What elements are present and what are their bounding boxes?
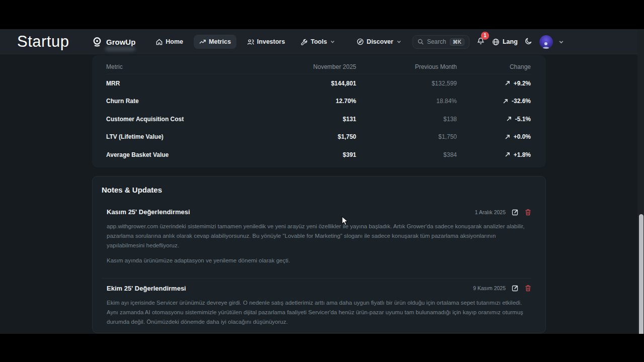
table-row: Customer Acquisition Cost $131 $138 -5.1…: [106, 110, 531, 128]
trend-up-icon: [505, 80, 510, 86]
metric-name: Average Basket Value: [106, 151, 248, 158]
trend-up-icon: [505, 134, 510, 140]
column-header: November 2025: [248, 63, 356, 70]
moon-icon: [525, 37, 532, 45]
compass-icon: [357, 38, 364, 45]
column-header: Metric: [106, 63, 248, 70]
metric-change: +9.2%: [457, 80, 531, 87]
mouse-cursor: [342, 216, 349, 228]
metric-current-value: 12.70%: [248, 98, 356, 105]
wrench-icon: [301, 39, 307, 45]
metric-change: -32.6%: [457, 98, 531, 105]
scrollbar-thumb[interactable]: [639, 214, 643, 334]
profile-chevron-icon[interactable]: [558, 39, 564, 45]
notifications-button[interactable]: 1: [475, 35, 487, 49]
theme-toggle[interactable]: [523, 36, 534, 48]
edit-note-button[interactable]: [512, 209, 519, 216]
top-navbar: GrowUp Home Metrics: [0, 29, 644, 54]
nav-item-label: Tools: [310, 38, 327, 45]
note-title: Ekim 25' Değerlendirmesi: [107, 285, 186, 292]
scrollbar-track[interactable]: [637, 29, 644, 334]
metric-previous-value: $132,599: [356, 80, 457, 87]
trend-up-icon: [506, 116, 512, 122]
nav-item-discover[interactable]: Discover: [351, 35, 407, 49]
globe-icon: [492, 38, 500, 46]
table-row: MRR $144,801 $132,599 +9.2%: [106, 74, 531, 93]
chevron-down-icon: [330, 39, 335, 44]
search-shortcut: ⌘K: [450, 38, 464, 46]
trending-up-icon: [199, 39, 206, 45]
home-icon: [156, 39, 163, 45]
search-icon: [418, 39, 424, 45]
note-item: Kasım 25' Değerlendirmesi 1 Aralık 2025 …: [102, 202, 531, 278]
delete-note-button[interactable]: [525, 285, 531, 292]
metric-name: Churn Rate: [106, 98, 248, 105]
note-paragraph: Kasım ayında ürünümüze adaptasyon ve yen…: [107, 256, 531, 265]
avatar[interactable]: [539, 35, 553, 49]
note-title: Kasım 25' Değerlendirmesi: [107, 208, 190, 216]
trend-up-icon: [505, 152, 510, 157]
blurred-subtitle: [105, 47, 135, 51]
table-row: Churn Rate 12.70% 18.84% -32.6%: [106, 93, 531, 111]
note-paragraph: Kasım ayı sonunda ise ürünümüzün yeni ha…: [107, 332, 531, 334]
metric-current-value: $1,750: [248, 133, 356, 140]
note-item: Ekim 25' Değerlendirmesi 9 Kasım 2025 Ek…: [102, 278, 531, 334]
language-label: Lang: [503, 38, 518, 45]
nav-item-label: Discover: [367, 38, 393, 45]
metric-previous-value: $138: [356, 116, 457, 123]
metric-change: +0.0%: [457, 133, 531, 140]
metric-change: -5.1%: [457, 116, 531, 123]
nav-item-metrics[interactable]: Metrics: [194, 35, 236, 49]
note-date: 1 Aralık 2025: [475, 209, 506, 215]
growup-logo-icon: [92, 37, 102, 47]
metric-name: Customer Acquisition Cost: [106, 116, 248, 123]
delete-note-button[interactable]: [525, 209, 531, 216]
note-paragraph: Ekim ayı içerisinde Servicer ürünümüz de…: [107, 298, 531, 327]
edit-note-button[interactable]: [512, 285, 519, 292]
video-frame: GrowUp Home Metrics: [0, 0, 644, 362]
app-window: GrowUp Home Metrics: [0, 29, 644, 334]
nav-item-tools[interactable]: Tools: [295, 35, 340, 49]
nav-item-investors[interactable]: Investors: [242, 35, 291, 49]
nav-item-label: Investors: [257, 38, 285, 45]
nav-item-label: Metrics: [209, 38, 231, 45]
table-header-row: Metric November 2025 Previous Month Chan…: [106, 59, 531, 74]
nav-item-home[interactable]: Home: [150, 35, 189, 49]
note-date: 9 Kasım 2025: [473, 285, 506, 291]
metric-previous-value: $384: [356, 151, 457, 158]
metric-previous-value: $1,750: [356, 133, 457, 140]
chevron-down-icon: [396, 39, 401, 44]
language-button[interactable]: Lang: [492, 38, 518, 46]
notes-section-title: Notes & Updates: [102, 186, 531, 194]
table-row: Average Basket Value $391 $384 +1.8%: [106, 146, 531, 164]
notes-card: Notes & Updates Kasım 25' Değerlendirmes…: [92, 176, 546, 333]
column-header: Change: [457, 63, 531, 70]
metric-name: LTV (Lifetime Value): [106, 133, 248, 140]
metric-change: +1.8%: [457, 151, 531, 158]
video-overlay-title: Startup: [17, 33, 69, 51]
nav-item-label: Home: [166, 38, 183, 45]
metric-current-value: $391: [248, 151, 356, 158]
search-label: Search: [427, 38, 446, 45]
people-icon: [247, 39, 254, 45]
metric-previous-value: 18.84%: [356, 98, 457, 105]
table-row: LTV (Lifetime Value) $1,750 $1,750 +0.0%: [106, 128, 531, 146]
column-header: Previous Month: [356, 63, 457, 70]
metric-current-value: $131: [248, 116, 356, 123]
metric-name: MRR: [106, 80, 248, 87]
search-button[interactable]: Search ⌘K: [413, 35, 469, 49]
metric-current-value: $144,801: [248, 80, 356, 87]
brand[interactable]: GrowUp: [92, 37, 135, 47]
notification-badge: 1: [481, 32, 489, 40]
brand-name: GrowUp: [106, 38, 135, 46]
trend-up-icon: [503, 99, 508, 104]
metrics-table-card: Metric November 2025 Previous Month Chan…: [92, 55, 546, 167]
note-paragraph: app.withgrower.com üzerindeki sistemimiz…: [107, 222, 531, 250]
